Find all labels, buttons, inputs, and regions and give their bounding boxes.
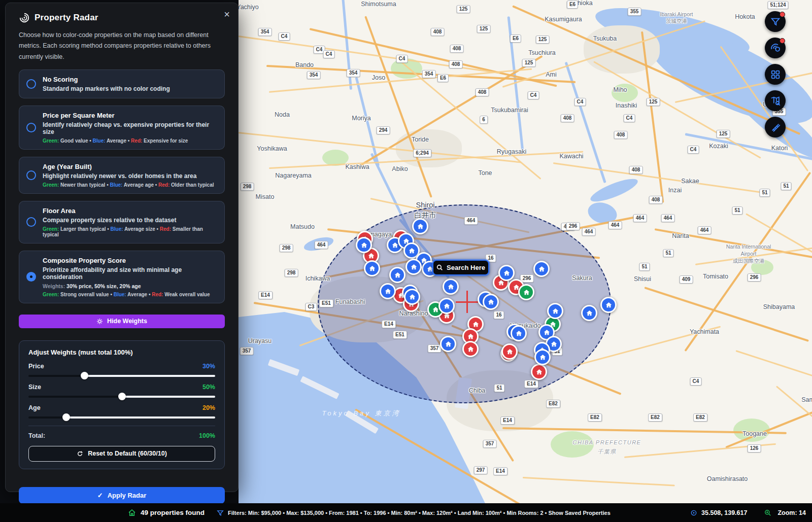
slider-track[interactable] — [28, 396, 215, 398]
toolbar-filter-button[interactable] — [765, 11, 786, 32]
property-marker-blue[interactable] — [498, 265, 515, 281]
property-marker-blue[interactable] — [600, 297, 617, 313]
slider-thumb[interactable] — [62, 413, 70, 421]
property-marker-blue[interactable] — [412, 218, 428, 234]
road-badge: E6 — [437, 74, 449, 82]
road-badge: 464 — [698, 226, 712, 234]
properties-found-text: 49 properties found — [141, 509, 205, 516]
option-weights-note: Weights: 30% price, 50% size, 20% age — [43, 283, 217, 289]
hide-weights-label: Hide Weights — [107, 318, 147, 325]
toolbar-map-search-button[interactable] — [765, 90, 786, 111]
road-badge: E82 — [588, 413, 602, 422]
map-city-label: Shisui — [634, 275, 651, 283]
property-marker-blue[interactable] — [405, 259, 422, 275]
toolbar-grid-button[interactable] — [765, 64, 786, 85]
option-title: Composite Property Score — [43, 257, 217, 264]
search-here-button[interactable]: Search Here — [432, 260, 489, 275]
map-city-label: 千葉県 — [597, 448, 617, 456]
road-badge: 298 — [280, 244, 293, 252]
option-legend: Green: Newer than typical • Blue: Averag… — [43, 182, 217, 188]
road-badge: 409 — [680, 275, 693, 284]
property-marker-blue[interactable] — [511, 325, 527, 341]
property-radar-panel: Property Radar × Choose how to color-cod… — [5, 3, 239, 492]
property-marker-red[interactable] — [501, 343, 518, 360]
road-badge: 125 — [536, 36, 550, 44]
scoring-option-age-year-built[interactable]: Age (Year Built)Highlight relatively new… — [19, 157, 225, 194]
scoring-option-floor-area[interactable]: Floor AreaCompare property sizes relativ… — [19, 201, 225, 243]
road-badge: E14 — [500, 416, 515, 425]
reset-defaults-button[interactable]: Reset to Default (60/30/10) — [28, 446, 215, 462]
option-body: Price per Square MeterIdentify relativel… — [43, 112, 217, 144]
road-badge: 6;294 — [413, 149, 431, 157]
road-badge: 51 — [759, 189, 770, 197]
scoring-option-price-per-square-meter[interactable]: Price per Square MeterIdentify relativel… — [19, 106, 225, 150]
total-label: Total: — [28, 432, 45, 439]
road-badge: 294 — [377, 126, 390, 134]
map-city-label: Urayasu — [248, 337, 272, 344]
property-marker-blue[interactable] — [443, 279, 459, 295]
road-badge: E51 — [319, 299, 333, 307]
toolbar-radar-button[interactable] — [765, 38, 786, 58]
property-marker-blue[interactable] — [389, 267, 405, 283]
slider-thumb[interactable] — [118, 393, 126, 400]
property-marker-blue[interactable] — [440, 336, 456, 352]
map-canvas[interactable]: YachiyoShimotsumaIshiokaKasumigauraHokot… — [239, 0, 812, 503]
property-marker-blue[interactable] — [356, 237, 372, 253]
map-city-label: Nagareyama — [275, 172, 312, 179]
map-city-label: Ami — [546, 71, 557, 78]
road — [523, 477, 675, 486]
property-marker-red[interactable] — [462, 341, 479, 357]
apply-radar-button[interactable]: ✓ Apply Radar — [19, 487, 225, 504]
map-city-label: CHIBA PREFECTURE — [573, 439, 641, 445]
property-marker-blue[interactable] — [581, 305, 597, 321]
radio-unselected[interactable] — [26, 123, 36, 132]
map-city-label: Kashiwa — [345, 163, 369, 170]
road-badge: C4 — [690, 377, 702, 386]
road — [746, 213, 812, 265]
property-marker-blue[interactable] — [380, 283, 396, 299]
road — [725, 393, 812, 448]
road-badge: C4 — [574, 98, 586, 106]
option-description: Highlight relatively newer vs. older hom… — [43, 172, 217, 180]
road-badge: 354 — [422, 70, 436, 78]
road-badge: C3 — [306, 303, 317, 311]
radio-unselected[interactable] — [26, 170, 36, 180]
map-city-label: Tsuchiura — [528, 49, 556, 56]
toolbar-railway-button[interactable] — [765, 117, 786, 137]
slider-track[interactable] — [28, 416, 215, 419]
option-description: Prioritize affordability and size with m… — [43, 266, 217, 281]
radio-selected[interactable] — [26, 272, 36, 282]
scoring-option-composite-property-score[interactable]: Composite Property ScorePrioritize affor… — [19, 251, 225, 303]
property-marker-blue[interactable] — [547, 303, 563, 319]
road-badge: 464 — [582, 228, 596, 236]
radio-unselected[interactable] — [26, 217, 36, 227]
road-badge: 464 — [661, 214, 675, 222]
property-marker-blue[interactable] — [483, 294, 499, 310]
property-marker-green[interactable] — [518, 284, 534, 300]
map-city-label: Noda — [275, 111, 290, 118]
property-marker-blue[interactable] — [364, 260, 380, 276]
road-badge: 6 — [480, 116, 488, 124]
close-icon[interactable]: × — [224, 9, 230, 19]
map-city-label: Sakura — [572, 274, 592, 282]
adjust-weights-card: Adjust Weights (must total 100%) Price30… — [19, 340, 225, 469]
road-badge: 408 — [450, 45, 464, 53]
notification-dot — [780, 38, 785, 44]
map-city-label: 茨城空港 — [666, 18, 687, 25]
property-marker-blue[interactable] — [534, 349, 551, 365]
option-body: No ScoringStandard map markers with no c… — [43, 76, 217, 92]
property-marker-blue[interactable] — [438, 298, 455, 314]
radio-unselected[interactable] — [26, 79, 36, 89]
property-marker-blue[interactable] — [533, 261, 550, 277]
road-badge: E14 — [258, 291, 273, 299]
property-marker-red[interactable] — [531, 364, 547, 380]
option-body: Composite Property ScorePrioritize affor… — [43, 257, 217, 297]
filters-summary-group[interactable]: Filters: Min: $95,000 • Max: $135,000 • … — [217, 509, 611, 516]
scoring-option-no-scoring[interactable]: No ScoringStandard map markers with no c… — [19, 69, 225, 98]
road-badge: 355 — [628, 8, 641, 16]
map-city-label: Tomisato — [703, 273, 728, 280]
slider-thumb[interactable] — [81, 372, 88, 379]
hide-weights-button[interactable]: Hide Weights — [19, 315, 225, 328]
slider-track[interactable] — [28, 375, 215, 377]
property-marker-blue[interactable] — [404, 289, 420, 305]
